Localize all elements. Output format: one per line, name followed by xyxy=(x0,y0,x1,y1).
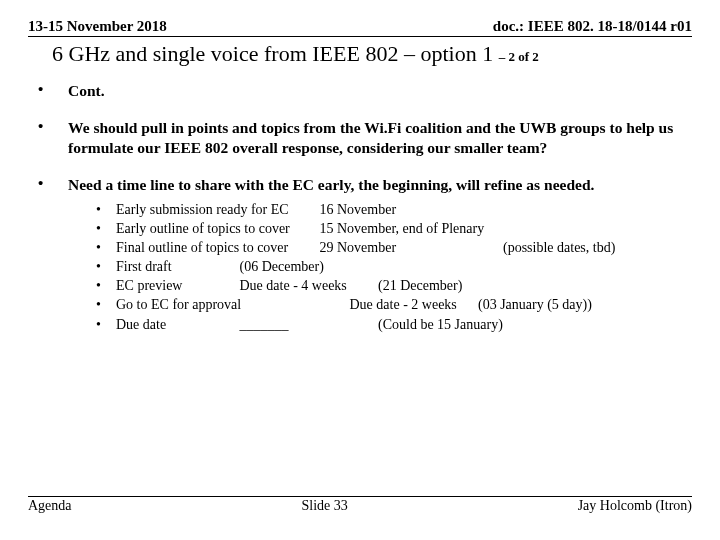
sub-list: •Early submission ready for EC 16 Novemb… xyxy=(96,201,692,334)
sub-label: First draft xyxy=(116,258,236,276)
sub-item: •Due date _______ (Could be 15 January) xyxy=(96,316,692,334)
footer: Agenda Slide 33 Jay Holcomb (Itron) xyxy=(28,496,692,514)
sub-detail: _______ xyxy=(240,316,375,334)
bullet-icon: • xyxy=(96,277,116,295)
sub-item: •Early submission ready for EC 16 Novemb… xyxy=(96,201,692,219)
bullet-text: Need a time line to share with the EC ea… xyxy=(68,175,692,335)
sub-note: (Could be 15 January) xyxy=(378,317,503,332)
sub-item: •EC preview Due date - 4 weeks (21 Decem… xyxy=(96,277,692,295)
bullet-icon: • xyxy=(34,118,68,157)
list-item: • Need a time line to share with the EC … xyxy=(34,175,692,335)
bullet-icon: • xyxy=(96,201,116,219)
footer-right: Jay Holcomb (Itron) xyxy=(578,498,692,514)
sub-note: (03 January (5 day)) xyxy=(478,297,592,312)
sub-label: EC preview xyxy=(116,277,236,295)
footer-center: Slide 33 xyxy=(301,498,347,514)
bullet-icon: • xyxy=(34,81,68,100)
bullet-text: We should pull in points and topics from… xyxy=(68,118,692,157)
bullet-icon: • xyxy=(96,239,116,257)
title-main: 6 GHz and single voice from IEEE 802 – o… xyxy=(52,41,493,66)
main-list: • Cont. • We should pull in points and t… xyxy=(34,81,692,335)
title-suffix: – 2 of 2 xyxy=(499,49,539,64)
sub-label: Early submission ready for EC xyxy=(116,201,316,219)
sub-label: Go to EC for approval xyxy=(116,296,346,314)
sub-note: (possible dates, tbd) xyxy=(503,240,615,255)
sub-detail: Due date - 2 weeks xyxy=(350,296,475,314)
list-item: • We should pull in points and topics fr… xyxy=(34,118,692,157)
sub-label: Early outline of topics to cover xyxy=(116,220,316,238)
sub-label: Final outline of topics to cover xyxy=(116,239,316,257)
sub-detail: 16 November xyxy=(320,202,397,217)
bullet-main-text: Need a time line to share with the EC ea… xyxy=(68,176,594,193)
header-docnum: doc.: IEEE 802. 18-18/0144 r01 xyxy=(493,18,692,35)
bullet-icon: • xyxy=(34,175,68,335)
header-date: 13-15 November 2018 xyxy=(28,18,167,35)
bullet-icon: • xyxy=(96,220,116,238)
slide-title: 6 GHz and single voice from IEEE 802 – o… xyxy=(28,41,692,67)
bullet-icon: • xyxy=(96,316,116,334)
sub-label: Due date xyxy=(116,316,236,334)
bullet-text: Cont. xyxy=(68,81,692,100)
sub-detail: Due date - 4 weeks xyxy=(240,277,375,295)
list-item: • Cont. xyxy=(34,81,692,100)
footer-left: Agenda xyxy=(28,498,72,514)
bullet-icon: • xyxy=(96,258,116,276)
bullet-icon: • xyxy=(96,296,116,314)
sub-detail: 15 November, end of Plenary xyxy=(320,221,485,236)
header: 13-15 November 2018 doc.: IEEE 802. 18-1… xyxy=(28,18,692,37)
sub-detail: (06 December) xyxy=(240,259,324,274)
sub-detail: 29 November xyxy=(320,239,500,257)
sub-item: •Go to EC for approval Due date - 2 week… xyxy=(96,296,692,314)
sub-item: •Final outline of topics to cover 29 Nov… xyxy=(96,239,692,257)
sub-item: •Early outline of topics to cover 15 Nov… xyxy=(96,220,692,238)
sub-item: •First draft (06 December) xyxy=(96,258,692,276)
sub-note: (21 December) xyxy=(378,278,462,293)
